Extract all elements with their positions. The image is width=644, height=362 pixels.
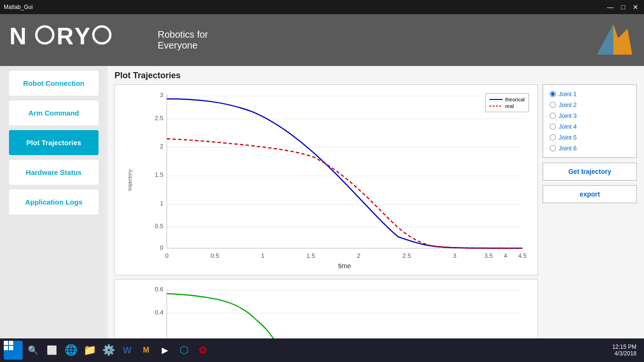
y-axis-label-top: trajectory (127, 169, 132, 190)
svg-marker-6 (613, 24, 632, 55)
main-content: Plot Trajectories trajectory 3 2.5 (107, 66, 644, 338)
svg-text:time: time (338, 262, 351, 270)
svg-point-1 (36, 26, 53, 43)
matlab-taskbar-icon[interactable]: M (138, 342, 155, 359)
joint5-radio[interactable]: Joint 5 (550, 134, 630, 141)
get-trajectory-button[interactable]: Get trajectory (543, 163, 637, 181)
svg-text:1.5: 1.5 (155, 171, 163, 178)
svg-text:1: 1 (261, 252, 264, 259)
export-button[interactable]: export (543, 185, 637, 203)
matlab-logo (592, 19, 635, 61)
svg-text:0.6: 0.6 (155, 286, 163, 293)
svg-text:1.5: 1.5 (306, 252, 315, 259)
taskbar-time: 12:15 PM (612, 344, 636, 350)
title-bar: Matlab_Gui — □ ✕ (0, 0, 644, 14)
svg-text:4: 4 (504, 252, 507, 259)
niryo-logo: N R Y (9, 22, 146, 59)
joint2-label: Joint 2 (559, 101, 577, 108)
svg-text:2: 2 (357, 252, 360, 259)
svg-rect-55 (9, 346, 13, 350)
sidebar-item-application-logs[interactable]: Application Logs (9, 189, 99, 214)
word-icon[interactable]: W (119, 342, 136, 359)
taskbar: 🔍 ⬜ 🌐 📁 ⚙️ W M ▶ ⬡ ✿ 12:15 PM 4/3/2018 (0, 338, 644, 362)
svg-rect-53 (9, 341, 13, 345)
joint1-radio[interactable]: Joint 1 (550, 90, 630, 98)
sidebar-item-plot-trajectories[interactable]: Plot Trajectories (9, 130, 99, 155)
svg-text:0.5: 0.5 (155, 222, 163, 230)
taskbar-clock: 12:15 PM 4/3/2018 (612, 344, 640, 357)
charts-column: trajectory 3 2.5 2 1.5 (115, 84, 538, 333)
top-chart-svg: 3 2.5 2 1.5 1 0.5 0 (139, 89, 534, 271)
joint1-label: Joint 1 (559, 90, 577, 98)
red-app-icon[interactable]: ✿ (194, 342, 211, 359)
svg-text:4.5: 4.5 (518, 252, 527, 259)
svg-text:2: 2 (160, 143, 163, 150)
joint5-label: Joint 5 (559, 134, 577, 141)
app-icon[interactable]: ⬡ (175, 342, 192, 359)
svg-text:3.5: 3.5 (484, 252, 493, 259)
header-logo: N R Y Robotics for Everyone (9, 22, 218, 59)
joint3-radio[interactable]: Joint 3 (550, 112, 630, 119)
legend-theorical: theorical (505, 97, 525, 102)
title-bar-title: Matlab_Gui (4, 4, 33, 10)
terminal-icon[interactable]: ▶ (157, 342, 173, 359)
svg-text:R: R (57, 23, 74, 49)
folder-icon[interactable]: 📁 (81, 342, 98, 359)
maximize-button[interactable]: □ (619, 3, 627, 11)
close-button[interactable]: ✕ (631, 3, 640, 11)
search-taskbar-icon[interactable]: 🔍 (25, 342, 41, 359)
page-title: Plot Trajectories (115, 71, 637, 81)
svg-marker-7 (597, 24, 613, 55)
header-subtitle: Robotics for Everyone (158, 29, 218, 51)
svg-text:2.5: 2.5 (155, 114, 163, 121)
svg-text:3: 3 (160, 91, 163, 99)
svg-text:0.5: 0.5 (210, 252, 219, 259)
svg-text:Y: Y (74, 23, 90, 49)
svg-text:3: 3 (453, 252, 456, 259)
chart-legend: theorical real (485, 93, 529, 112)
joint6-label: Joint 6 (559, 145, 577, 152)
charts-area: trajectory 3 2.5 2 1.5 (115, 84, 637, 333)
header: N R Y Robotics for Everyone (0, 14, 644, 66)
windows-icon (4, 341, 23, 360)
chrome-icon[interactable]: 🌐 (62, 342, 79, 359)
svg-text:N: N (9, 23, 27, 49)
joint4-label: Joint 4 (559, 123, 577, 130)
task-view-icon[interactable]: ⬜ (43, 342, 60, 359)
svg-text:0: 0 (160, 244, 163, 251)
top-chart: trajectory 3 2.5 2 1.5 (115, 84, 538, 275)
joint4-radio[interactable]: Joint 4 (550, 123, 630, 130)
svg-text:2.5: 2.5 (402, 252, 411, 259)
joint3-label: Joint 3 (559, 112, 577, 119)
settings-icon[interactable]: ⚙️ (100, 342, 117, 359)
title-bar-controls: — □ ✕ (605, 3, 640, 11)
taskbar-date: 4/3/2018 (612, 350, 636, 357)
svg-rect-52 (4, 341, 8, 345)
svg-rect-54 (4, 346, 8, 350)
svg-text:0: 0 (165, 252, 168, 259)
joint2-radio[interactable]: Joint 2 (550, 101, 630, 108)
start-button[interactable] (4, 341, 23, 360)
right-panel: Joint 1 Joint 2 Joint 3 Joint 4 Joint 5 (543, 84, 637, 333)
svg-point-4 (93, 26, 110, 43)
sidebar-item-hardware-status[interactable]: Hardware Status (9, 160, 99, 185)
sidebar-item-robot-connection[interactable]: Robot Connection (9, 71, 99, 96)
svg-text:1: 1 (160, 200, 163, 207)
legend-real: real (505, 103, 513, 109)
top-chart-inner: 3 2.5 2 1.5 1 0.5 0 (139, 89, 534, 271)
sidebar-item-arm-command[interactable]: Arm Command (9, 100, 99, 125)
minimize-button[interactable]: — (605, 3, 616, 11)
svg-text:0.4: 0.4 (155, 309, 163, 316)
joint6-radio[interactable]: Joint 6 (550, 145, 630, 152)
joint-panel: Joint 1 Joint 2 Joint 3 Joint 4 Joint 5 (543, 84, 637, 158)
sidebar: Robot Connection Arm Command Plot Trajec… (0, 66, 107, 338)
